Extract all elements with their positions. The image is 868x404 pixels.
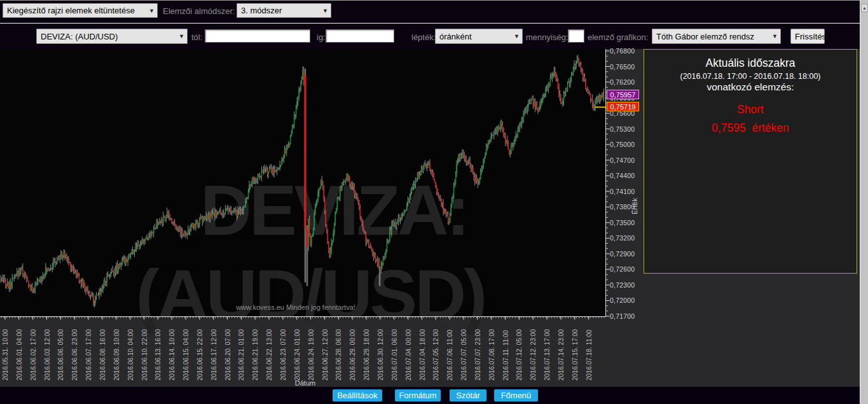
y-tick-label: 0,72000	[610, 296, 640, 304]
x-tick-label: 2016.06.29. 00:00	[348, 319, 357, 380]
x-tick-label: 2016.07.04. 00:00	[404, 319, 413, 380]
chevron-down-icon: ▼	[322, 8, 328, 14]
x-tick-label: 2016.07.08. 17:00	[488, 319, 496, 380]
x-tick-label: 2016.06.17. 12:00	[210, 319, 218, 380]
from-label: tól:	[191, 32, 202, 42]
y-tick-label: 0,74700	[610, 157, 640, 164]
bottom-menu-bar: BeállításokFormátumSzótárFőmenü	[0, 387, 860, 404]
x-tick-label: 2016.06.20. 07:00	[224, 319, 232, 380]
x-tick-label: 2016.06.07. 17:00	[85, 319, 93, 380]
x-tick-label: 2016.06.06. 23:00	[71, 319, 79, 380]
signal-direction: Short	[644, 103, 857, 116]
panel-title: Aktuális időszakra	[644, 57, 857, 70]
x-tick-label: 2016.07.13. 17:00	[543, 319, 551, 380]
x-tick-label: 2016.06.21. 01:00	[237, 319, 245, 380]
submethod-select[interactable]: 3. módszer ▼	[237, 3, 331, 18]
top-menu-bar: Kiegészítő rajzi elemek eltüntetése ▼ El…	[0, 0, 860, 24]
chevron-down-icon: ▼	[514, 33, 520, 39]
chevron-down-icon: ▼	[149, 8, 155, 14]
x-tick-label: 2016.07.12. 23:00	[529, 319, 537, 380]
x-tick-label: 2016.06.15. 04:00	[182, 319, 190, 380]
panel-subtitle: vonatkozó elemzés:	[644, 81, 857, 93]
x-tick-label: 2016.06.09. 10:00	[113, 319, 121, 380]
chart-toolbar: DEVIZA: (AUD/USD) ▼ tól: ig: lépték: órá…	[0, 24, 860, 49]
signal-price-badge: 0,75719	[607, 102, 639, 111]
refresh-button[interactable]: Frissítés	[790, 29, 825, 44]
vertical-scrollbar[interactable]: ▲	[860, 0, 868, 404]
y-tick-label: 0,76500	[610, 63, 640, 71]
x-tick-label: 2016.06.27. 12:00	[321, 319, 329, 380]
x-tick-label: 2016.06.30. 12:00	[376, 319, 385, 380]
footer-button-form-tum[interactable]: Formátum	[395, 389, 441, 401]
x-tick-label: 2016.07.14. 23:00	[557, 319, 565, 380]
x-tick-label: 2016.06.21. 19:00	[251, 319, 259, 380]
x-tick-label: 2016.06.03. 12:00	[43, 319, 52, 380]
x-tick-label: 2016.06.24. 01:00	[293, 319, 301, 380]
draw-elements-select[interactable]: Kiegészítő rajzi elemek eltüntetése ▼	[3, 3, 158, 18]
x-tick-label: 2016.07.07. 23:00	[474, 319, 482, 380]
x-tick-label: 2016.06.15. 22:00	[196, 319, 204, 380]
analysis-panel: Aktuális időszakra (2016.07.18. 17:00 - …	[644, 49, 857, 274]
analyzer-label: elemző grafikon:	[588, 32, 648, 42]
x-tick-label: 2016.05.31. 10:00	[1, 319, 10, 380]
watermark-text: DEVIZA:	[200, 171, 467, 250]
x-tick-label: 2016.06.28. 06:00	[334, 319, 343, 380]
main-content: DEVIZA:(AUD/USD) 0,768000,765000,762000,…	[0, 49, 860, 387]
scale-label: lépték:	[411, 32, 436, 42]
x-tick-label: 2016.07.18. 11:00	[585, 319, 593, 380]
x-tick-label: 2016.06.01. 04:00	[15, 319, 24, 380]
x-tick-label: 2016.07.04. 18:00	[418, 319, 427, 380]
chevron-down-icon: ▼	[772, 33, 778, 39]
y-tick-label: 0,72900	[610, 250, 640, 258]
scale-select[interactable]: óránként ▼	[435, 29, 523, 44]
footer-button-sz-t-r[interactable]: Szótár	[450, 389, 486, 401]
y-tick-label: 0,76800	[610, 47, 640, 55]
x-tick-label: 2016.06.10. 22:00	[141, 319, 149, 380]
analyzer-select[interactable]: Tóth Gábor elemző rendsz ▼	[652, 29, 781, 44]
x-tick-label: 2016.06.10. 04:00	[127, 319, 135, 380]
x-tick-label: 2016.06.08. 16:00	[99, 319, 107, 380]
y-tick-label: 0,73500	[610, 219, 640, 226]
signal-price-text: 0,7595 értéken	[644, 122, 857, 135]
y-tick-label: 0,75300	[610, 125, 640, 133]
chevron-down-icon: ▼	[179, 33, 184, 39]
scroll-up-button[interactable]: ▲	[861, 4, 868, 12]
x-tick-label: 2016.07.01. 06:00	[390, 319, 399, 380]
x-tick-label: 2016.06.14. 10:00	[168, 319, 176, 380]
currency-pair-select-value: DEVIZA: (AUD/USD)	[41, 32, 118, 41]
x-tick-label: 2016.06.06. 05:00	[57, 319, 65, 380]
panel-period: (2016.07.18. 17:00 - 2016.07.18. 18:00)	[644, 72, 857, 81]
quantity-input[interactable]	[568, 29, 584, 43]
y-tick-label: 0,72300	[610, 281, 640, 289]
footer-button-f-men-[interactable]: Főmenü	[494, 389, 538, 401]
x-tick-label: 2016.07.15. 17:00	[571, 319, 579, 380]
analyzer-select-value: Tóth Gábor elemző rendsz	[656, 32, 754, 41]
x-tick-label: 2016.06.29. 18:00	[362, 319, 371, 380]
x-tick-label: 2016.07.05. 12:00	[432, 319, 440, 380]
last-price-badge: 0,75957	[607, 90, 639, 99]
y-tick-label: 0,76200	[610, 78, 640, 86]
currency-pair-select[interactable]: DEVIZA: (AUD/USD) ▼	[36, 29, 188, 44]
chart-copyright-note: www.kovess.eu Minden jog fenntartva!	[191, 303, 401, 311]
from-date-input[interactable]	[205, 29, 310, 43]
to-label: ig:	[317, 32, 326, 42]
y-axis-title: Érték	[631, 170, 638, 214]
y-tick-label: 0,75000	[610, 141, 640, 148]
x-tick-label: 2016.07.12. 05:00	[515, 319, 523, 380]
x-tick-label: 2016.07.06. 11:00	[446, 319, 454, 380]
y-tick-label: 0,71700	[610, 312, 640, 320]
submethod-select-value: 3. módszer	[241, 6, 282, 15]
x-tick-label: 2016.06.24. 19:00	[307, 319, 315, 380]
y-tick-label: 0,73200	[610, 234, 640, 242]
x-axis-title: Dátum	[273, 379, 337, 387]
x-tick-label: 2016.06.02. 17:00	[29, 319, 38, 380]
x-tick-label: 2016.07.11. 11:00	[502, 319, 510, 380]
x-tick-label: 2016.06.13. 16:00	[154, 319, 162, 380]
x-tick-label: 2016.06.22. 13:00	[265, 319, 273, 380]
quantity-label: mennyiség:	[526, 32, 568, 42]
x-tick-label: 2016.06.23. 07:00	[279, 319, 287, 380]
to-date-input[interactable]	[326, 29, 394, 43]
scale-select-value: óránként	[439, 32, 472, 41]
arrow-up-icon: ▲	[862, 6, 867, 10]
footer-button-be-ll-t-sok[interactable]: Beállítások	[333, 389, 382, 401]
